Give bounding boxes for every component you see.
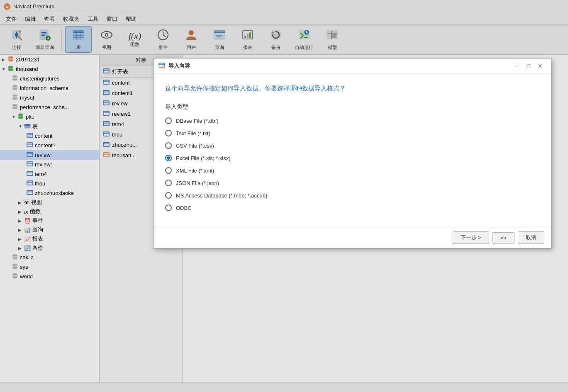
radio-option-excel[interactable]: Excel File (*.xls; *.xlsx) <box>165 155 539 161</box>
radio-label-csv: CSV File (*.csv) <box>176 143 214 149</box>
dialog-overlay: 导入向导 ─ □ ✕ 这个向导允许你指定如何导入数据。你要选择哪种数据导入格式？… <box>0 0 568 392</box>
dialog-footer: 下一步 > >> 取消 <box>154 227 551 248</box>
radio-circle-json <box>165 180 172 186</box>
radio-option-dbf[interactable]: DBase File (*.dbf) <box>165 117 539 124</box>
dialog-title-icon <box>158 62 165 70</box>
radio-label-odbc: ODBC <box>176 205 192 211</box>
radio-label-excel: Excel File (*.xls; *.xlsx) <box>176 155 230 161</box>
radio-label-mdb: MS Access Database (*.mdb; *.accdb) <box>176 192 267 199</box>
radio-label-dbf: DBase File (*.dbf) <box>176 118 219 124</box>
dialog-close-button[interactable]: ✕ <box>534 61 546 71</box>
radio-circle-mdb <box>165 192 172 199</box>
svg-rect-135 <box>159 63 165 65</box>
radio-circle-xml <box>165 167 172 174</box>
radio-option-csv[interactable]: CSV File (*.csv) <box>165 142 539 149</box>
radio-circle-odbc <box>165 205 172 211</box>
radio-label-xml: XML File (*.xml) <box>176 168 214 174</box>
radio-circle-excel <box>165 155 172 161</box>
radio-option-xml[interactable]: XML File (*.xml) <box>165 167 539 174</box>
cancel-button[interactable]: 取消 <box>518 231 544 244</box>
radio-label-json: JSON File (*.json) <box>176 180 219 186</box>
radio-option-json[interactable]: JSON File (*.json) <box>165 180 539 186</box>
radio-circle-txt <box>165 130 172 136</box>
dialog-maximize-button[interactable]: □ <box>523 61 534 71</box>
radio-label-txt: Text File (*.txt) <box>176 130 210 136</box>
dialog-titlebar: 导入向导 ─ □ ✕ <box>154 58 551 73</box>
import-type-label: 导入类型 <box>165 103 539 111</box>
dialog-title-text: 导入向导 <box>168 62 511 70</box>
radio-circle-dbf <box>165 117 172 124</box>
next-step-button[interactable]: 下一步 > <box>453 231 489 244</box>
import-wizard-dialog: 导入向导 ─ □ ✕ 这个向导允许你指定如何导入数据。你要选择哪种数据导入格式？… <box>153 58 551 248</box>
dialog-minimize-button[interactable]: ─ <box>511 61 523 71</box>
radio-circle-csv <box>165 142 172 149</box>
radio-option-txt[interactable]: Text File (*.txt) <box>165 130 539 136</box>
dialog-body: 这个向导允许你指定如何导入数据。你要选择哪种数据导入格式？ 导入类型 DBase… <box>154 73 551 227</box>
radio-option-mdb[interactable]: MS Access Database (*.mdb; *.accdb) <box>165 192 539 199</box>
radio-option-odbc[interactable]: ODBC <box>165 205 539 211</box>
dialog-intro-text: 这个向导允许你指定如何导入数据。你要选择哪种数据导入格式？ <box>165 83 539 93</box>
skip-button[interactable]: >> <box>492 232 514 243</box>
